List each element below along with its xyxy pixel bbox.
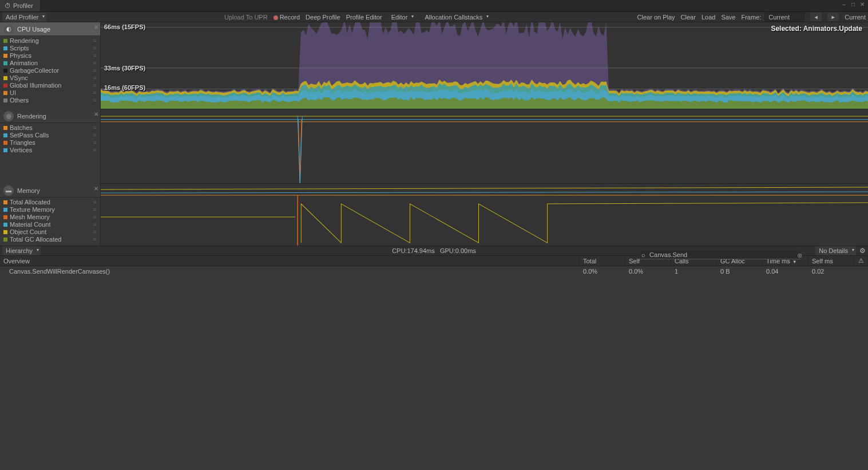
legend-item[interactable]: Global Illumination: [2, 82, 98, 89]
cpu-icon: ◐: [3, 24, 14, 34]
legend-item[interactable]: GarbageCollector: [2, 67, 98, 74]
legend-label: Material Count: [10, 221, 51, 228]
tab-profiler[interactable]: ⏱ Profiler: [0, 0, 41, 11]
legend-label: Triangles: [10, 139, 35, 147]
legend-label: Texture Memory: [10, 206, 55, 214]
cell-name: Canvas.SendWillRenderCanvases(): [0, 267, 580, 276]
legend-label: Rendering: [10, 37, 39, 45]
legend-swatch: [3, 84, 7, 88]
memory-chart[interactable]: [101, 184, 868, 246]
clear-button[interactable]: Clear: [681, 14, 696, 21]
cpu-module-header[interactable]: ◐ CPU Usage: [0, 22, 100, 36]
current-button[interactable]: Current: [845, 14, 866, 21]
legend-label: Total GC Allocated: [10, 236, 62, 243]
legend-label: Physics: [10, 52, 31, 60]
close-icon[interactable]: ✕: [859, 1, 866, 8]
search-input[interactable]: [640, 251, 800, 259]
legend-swatch: [3, 39, 7, 43]
col-selfms[interactable]: Self ms: [808, 256, 854, 266]
module-title: CPU Usage: [17, 26, 50, 33]
cell-time: 0.04: [763, 267, 808, 276]
legend-label: Total Allocated: [10, 199, 50, 206]
legend-item[interactable]: Batches: [2, 124, 98, 132]
legend-item[interactable]: Total Allocated: [2, 199, 98, 206]
legend-item[interactable]: Mesh Memory: [2, 214, 98, 221]
profiler-icon: ⏱: [5, 2, 11, 9]
legend-swatch: [3, 223, 7, 227]
legend-item[interactable]: Vertices: [2, 147, 98, 154]
legend-swatch: [3, 141, 7, 145]
prev-frame-button[interactable]: ◄: [810, 13, 822, 21]
legend-item[interactable]: Material Count: [2, 221, 98, 228]
rendering-module-header[interactable]: ◎ Rendering: [0, 109, 100, 123]
col-overview[interactable]: Overview: [0, 256, 580, 266]
legend-swatch: [3, 200, 7, 204]
legend-item[interactable]: Scripts: [2, 45, 98, 52]
tab-title: Profiler: [13, 2, 33, 9]
table-row[interactable]: Canvas.SendWillRenderCanvases()0.0%0.0%1…: [0, 266, 868, 277]
rendering-chart[interactable]: [101, 109, 868, 184]
clear-search-icon[interactable]: ⊗: [797, 252, 802, 259]
module-title: Memory: [17, 187, 40, 194]
legend-label: Batches: [10, 124, 33, 132]
load-button[interactable]: Load: [701, 14, 715, 21]
close-icon[interactable]: ✕: [94, 185, 98, 192]
record-icon: [274, 15, 278, 20]
hierarchy-toolbar: Hierarchy CPU:174.94ms GPU:0.00ms ⊗ No D…: [0, 246, 868, 256]
sort-desc-icon: ▼: [792, 259, 797, 264]
legend-item[interactable]: Triangles: [2, 139, 98, 147]
legend-label: Animation: [10, 60, 38, 67]
legend-item[interactable]: Object Count: [2, 228, 98, 236]
rendering-module[interactable]: ✕ ◎ Rendering BatchesSetPass CallsTriang…: [0, 109, 100, 184]
close-icon[interactable]: ✕: [94, 111, 98, 117]
close-icon[interactable]: ✕: [94, 24, 98, 30]
editor-dropdown[interactable]: Editor: [388, 13, 416, 22]
view-dropdown[interactable]: Hierarchy: [2, 246, 41, 255]
legend-item[interactable]: VSync: [2, 74, 98, 82]
save-button[interactable]: Save: [721, 14, 735, 21]
cpu-chart[interactable]: 66ms (15FPS) 33ms (30FPS) 16ms (60FPS): [101, 22, 868, 109]
legend-label: VSync: [10, 74, 28, 82]
tab-bar: ⏱ Profiler – □ ✕: [0, 0, 868, 12]
legend-item[interactable]: Total GC Allocated: [2, 236, 98, 243]
cpu-module[interactable]: ✕ ◐ CPU Usage RenderingScriptsPhysicsAni…: [0, 22, 100, 109]
gpu-stat: GPU:0.00ms: [440, 247, 476, 254]
col-total[interactable]: Total: [580, 256, 625, 266]
upload-button[interactable]: Upload To UPR: [224, 14, 268, 21]
record-button[interactable]: Record: [274, 14, 300, 21]
charts-area[interactable]: Selected: Animators.Update 66ms (15FPS) …: [101, 22, 868, 246]
col-warning[interactable]: ⚠: [854, 256, 868, 266]
legend-label: Mesh Memory: [10, 214, 50, 221]
legend-item[interactable]: Animation: [2, 60, 98, 67]
legend-item[interactable]: Texture Memory: [2, 206, 98, 214]
next-frame-button[interactable]: ►: [827, 13, 839, 21]
restore-icon[interactable]: □: [850, 1, 857, 8]
legend-swatch: [3, 54, 7, 58]
legend-item[interactable]: Rendering: [2, 37, 98, 45]
minimize-icon[interactable]: –: [841, 1, 847, 8]
legend-swatch: [3, 230, 7, 234]
legend-item[interactable]: Others: [2, 97, 98, 104]
hierarchy-table: Overview Total Self Calls GC Alloc Time …: [0, 256, 868, 470]
deep-profile-button[interactable]: Deep Profile: [306, 14, 340, 21]
alloc-callstacks-dropdown[interactable]: Allocation Callstacks: [421, 13, 490, 22]
gear-icon[interactable]: ⚙: [859, 247, 866, 255]
add-profiler-dropdown[interactable]: Add Profiler: [2, 13, 46, 22]
legend-item[interactable]: UI: [2, 89, 98, 97]
frame-input[interactable]: Current: [764, 13, 804, 22]
cpu-gpu-stats: CPU:174.94ms GPU:0.00ms: [392, 247, 476, 254]
legend-label: GarbageCollector: [10, 67, 59, 74]
profile-editor-button[interactable]: Profile Editor: [346, 14, 382, 21]
cell-calls: 1: [671, 267, 717, 276]
clear-on-play-button[interactable]: Clear on Play: [637, 14, 675, 21]
legend-item[interactable]: Physics: [2, 52, 98, 60]
memory-module-header[interactable]: ▬ Memory: [0, 184, 100, 198]
details-dropdown[interactable]: No Details: [815, 246, 856, 255]
legend-label: Global Illumination: [10, 82, 62, 89]
memory-module[interactable]: ✕ ▬ Memory Total AllocatedTexture Memory…: [0, 184, 100, 246]
gridline-label-16: 16ms (60FPS): [104, 84, 145, 91]
legend-label: Scripts: [10, 45, 29, 52]
frame-label: Frame:: [741, 14, 761, 21]
legend-item[interactable]: SetPass Calls: [2, 132, 98, 139]
warning-icon: ⚠: [858, 257, 864, 264]
